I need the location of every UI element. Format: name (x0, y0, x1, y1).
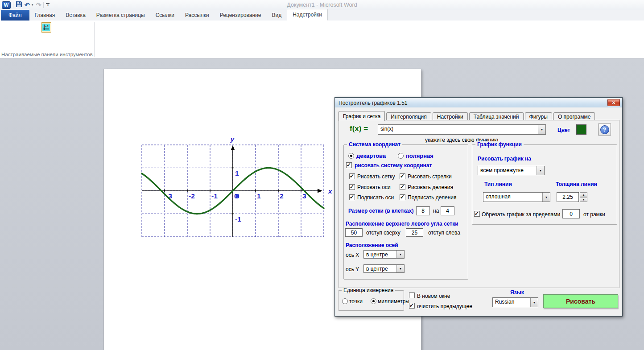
clear-previous-label[interactable]: очистить предыдущее (417, 303, 472, 309)
function-combobox[interactable]: sin(x) ▼ (378, 124, 546, 135)
chevron-down-icon[interactable]: ▼ (538, 125, 545, 134)
cartesian-label[interactable]: декартова (356, 152, 386, 159)
dialog-titlebar[interactable]: Построитель графиков 1.51 (335, 98, 622, 107)
coord-system-legend: Система координат (347, 141, 402, 148)
spinner-up-icon[interactable]: ▲ (580, 192, 587, 197)
new-window-checkbox[interactable]: ✓ (409, 292, 415, 298)
axes-position-label: Расположение осей (346, 242, 398, 248)
label-axes-label[interactable]: Подписать оси (357, 194, 394, 201)
clip-graph-label[interactable]: Обрезать график за пределами (482, 211, 560, 218)
svg-text:0: 0 (235, 192, 239, 200)
draw-coord-system-checkbox[interactable]: ✓ (346, 162, 352, 168)
language-combobox[interactable]: Russian ▼ (492, 297, 538, 307)
word-window: W ↶ ▼ ↷ ▼ Документ1 - Microsoft Word Фай… (0, 0, 644, 350)
tab-mailings[interactable]: Рассылки (180, 10, 215, 21)
unit-group: Единица измерения точки миллиметры (338, 290, 404, 311)
tab-references[interactable]: Ссылки (150, 10, 180, 21)
corner-position-label: Расположение верхнего левого угла сетки (346, 221, 458, 227)
axis-y-value: в центре (364, 265, 396, 272)
thickness-input[interactable] (557, 192, 579, 202)
chevron-down-icon[interactable]: ▼ (396, 251, 404, 258)
language-value: Russian (493, 298, 530, 307)
draw-grid-label[interactable]: Рисовать сетку (357, 173, 395, 180)
grid-rows-input[interactable] (441, 206, 454, 215)
draw-grid-checkbox[interactable]: ✓ (349, 173, 355, 179)
polar-radio[interactable] (398, 153, 404, 159)
offset-top-label: отступ сверху (366, 230, 400, 236)
chevron-down-icon[interactable]: ▼ (537, 166, 544, 175)
chevron-down-icon[interactable]: ▼ (396, 265, 404, 272)
clip-graph-checkbox[interactable]: ✓ (474, 211, 480, 217)
offset-left-input[interactable] (406, 228, 423, 237)
draw-coord-system-label[interactable]: рисовать систему координат (355, 162, 432, 169)
check-icon: ✓ (400, 174, 405, 179)
tab-home[interactable]: Главная (29, 10, 61, 21)
dialog-tab-graph-grid[interactable]: График и сетка (339, 111, 385, 121)
tab-file[interactable]: Файл (1, 10, 29, 21)
tab-review[interactable]: Рецензирование (215, 10, 267, 21)
line-type-label: Тип линии (484, 181, 512, 187)
dialog-title: Построитель графиков 1.51 (339, 100, 408, 106)
draw-axes-label[interactable]: Рисовать оси (357, 184, 391, 190)
check-icon: ✓ (350, 185, 355, 189)
axis-x-label: ось X (346, 252, 359, 258)
draw-button[interactable]: Рисовать (543, 294, 618, 308)
ribbon-tab-row: Файл Главная Вставка Разметка страницы С… (0, 10, 644, 21)
line-type-combobox[interactable]: сплошная ▼ (483, 192, 550, 202)
help-button[interactable]: ? (598, 123, 611, 136)
svg-text:-2: -2 (189, 192, 195, 200)
draw-divisions-checkbox[interactable]: ✓ (400, 184, 405, 190)
clear-previous-checkbox[interactable]: ✓ (409, 303, 415, 309)
axis-y-combobox[interactable]: в центре ▼ (363, 264, 405, 273)
unit-points-label[interactable]: точки (349, 298, 363, 305)
chevron-down-icon[interactable]: ▼ (530, 298, 538, 307)
new-window-label[interactable]: В новом окне (417, 293, 450, 299)
function-graph-group: График функции Рисовать график на всем п… (472, 144, 617, 225)
color-swatch[interactable] (576, 124, 586, 135)
tab-page-layout[interactable]: Разметка страницы (91, 10, 150, 21)
svg-text:y: y (230, 135, 235, 143)
unit-mm-label[interactable]: миллиметры (378, 298, 409, 305)
function-plot: -3-2-1012301-1yx (134, 133, 334, 242)
grid-by-label: на (433, 208, 439, 214)
offset-top-input[interactable] (345, 228, 363, 237)
unit-mm-radio[interactable] (371, 298, 376, 304)
draw-on-label: Рисовать график на (478, 156, 531, 162)
fx-label: f(x) = (350, 124, 368, 133)
draw-on-combobox[interactable]: всем промежутке ▼ (478, 166, 545, 175)
axis-y-label: ось Y (346, 266, 359, 272)
check-icon: ✓ (350, 174, 355, 179)
graph-builder-addin-button[interactable] (41, 22, 51, 33)
draw-arrows-label[interactable]: Рисовать стрелки (408, 173, 452, 180)
dialog-tab-strip: График и сетка Интерполяция Настройки Та… (339, 111, 596, 120)
tab-addins[interactable]: Надстройки (287, 9, 328, 21)
check-icon: ✓ (475, 211, 479, 216)
spinner-down-icon[interactable]: ▼ (580, 197, 587, 202)
draw-axes-checkbox[interactable]: ✓ (349, 184, 355, 190)
polar-label[interactable]: полярная (406, 152, 433, 159)
cartesian-radio[interactable] (348, 153, 354, 159)
thickness-spinner: ▲ ▼ (557, 192, 587, 202)
tab-insert[interactable]: Вставка (60, 10, 91, 21)
draw-divisions-label[interactable]: Рисовать деления (408, 184, 453, 190)
svg-text:2: 2 (280, 192, 284, 200)
draw-arrows-checkbox[interactable]: ✓ (400, 173, 405, 179)
color-label: Цвет (557, 127, 570, 133)
axis-x-value: в центре (364, 251, 396, 258)
label-divisions-checkbox[interactable]: ✓ (400, 194, 405, 200)
function-graph-legend: График функции (475, 141, 524, 148)
svg-text:-1: -1 (211, 192, 218, 200)
graph-addin-icon (42, 24, 50, 31)
window-titlebar: W ↶ ▼ ↷ ▼ Документ1 - Microsoft Word (0, 0, 644, 10)
unit-points-radio[interactable] (342, 298, 348, 304)
grid-cols-input[interactable] (416, 206, 430, 215)
document-title: Документ1 - Microsoft Word (0, 2, 644, 8)
axis-x-combobox[interactable]: в центре ▼ (363, 250, 405, 259)
close-icon[interactable]: ✕ (607, 99, 620, 106)
label-divisions-label[interactable]: Подписать деления (408, 194, 457, 201)
chevron-down-icon[interactable]: ▼ (542, 193, 550, 202)
clip-margin-input[interactable] (562, 209, 580, 218)
tab-view[interactable]: Вид (266, 10, 287, 21)
label-axes-checkbox[interactable]: ✓ (349, 194, 355, 200)
svg-text:1: 1 (257, 192, 261, 200)
